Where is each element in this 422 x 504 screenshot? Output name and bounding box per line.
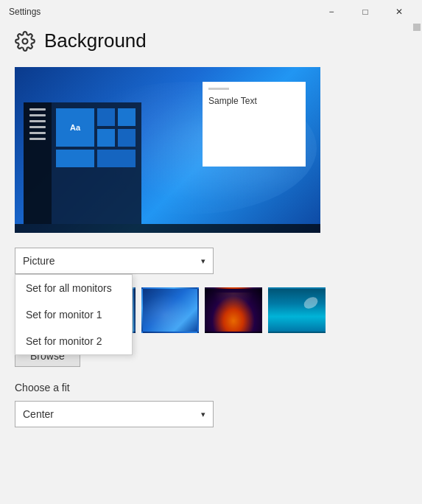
preview-tile-small <box>97 108 115 126</box>
svg-point-0 <box>23 38 28 43</box>
textbox-titlebar <box>208 88 229 90</box>
sidebar-line <box>29 126 46 128</box>
menu-item-all-monitors[interactable]: Set for all monitors <box>15 275 132 301</box>
menu-item-monitor-1[interactable]: Set for monitor 1 <box>15 301 132 328</box>
fit-dropdown[interactable]: Center ▾ <box>15 401 214 427</box>
sample-text: Sample Text <box>208 96 300 106</box>
scrollbar[interactable] <box>412 0 422 504</box>
dropdown-arrow-icon: ▾ <box>201 256 205 266</box>
sidebar-line <box>29 108 46 111</box>
picture-type-row: Picture ▾ Set for all monitors Set for m… <box>15 248 407 274</box>
window-controls: − □ ✕ <box>314 0 416 24</box>
sidebar-line <box>29 114 46 116</box>
fit-section-label: Choose a fit <box>15 382 407 393</box>
thumbnail-windows-default[interactable] <box>141 287 199 333</box>
thumbnail-underwater[interactable] <box>268 287 326 333</box>
preview-tile-small <box>118 129 136 147</box>
tile-row: Aa <box>56 108 137 147</box>
gear-icon <box>15 31 35 52</box>
page-title: Background <box>44 29 147 52</box>
sidebar-line <box>29 132 46 134</box>
background-preview: Aa Sample Text <box>15 67 320 233</box>
main-content: Background Aa <box>0 24 422 442</box>
dropdown-value: Picture <box>23 255 55 267</box>
preview-taskbar <box>15 224 320 233</box>
preview-tile-small <box>97 129 115 147</box>
preview-startmenu: Aa <box>24 102 141 224</box>
titlebar: Settings − □ ✕ <box>0 0 422 24</box>
small-tiles-2 <box>118 108 136 147</box>
sidebar-line <box>29 120 46 122</box>
preview-tile-medium <box>97 150 136 167</box>
app-title: Settings <box>9 7 41 17</box>
preview-tiles: Aa <box>52 102 141 224</box>
minimize-button[interactable]: − <box>314 0 348 24</box>
fit-dropdown-value: Center <box>23 408 54 420</box>
preview-tile-small <box>118 108 136 126</box>
preview-sidebar <box>24 102 52 224</box>
picture-type-dropdown[interactable]: Picture ▾ <box>15 248 214 274</box>
maximize-button[interactable]: □ <box>348 0 382 24</box>
dropdown-menu: Set for all monitors Set for monitor 1 S… <box>15 274 133 355</box>
sidebar-line <box>29 138 46 140</box>
tile-row-2 <box>56 150 137 167</box>
thumbnail-night-sky[interactable] <box>205 287 262 333</box>
preview-textbox: Sample Text <box>203 82 306 167</box>
fit-dropdown-arrow-icon: ▾ <box>201 410 205 419</box>
menu-item-monitor-2[interactable]: Set for monitor 2 <box>15 328 132 354</box>
page-header: Background <box>15 29 407 52</box>
small-tiles <box>97 108 115 147</box>
preview-tile-medium <box>56 150 94 167</box>
preview-tile-aa: Aa <box>56 108 94 147</box>
close-button[interactable]: ✕ <box>382 0 416 24</box>
